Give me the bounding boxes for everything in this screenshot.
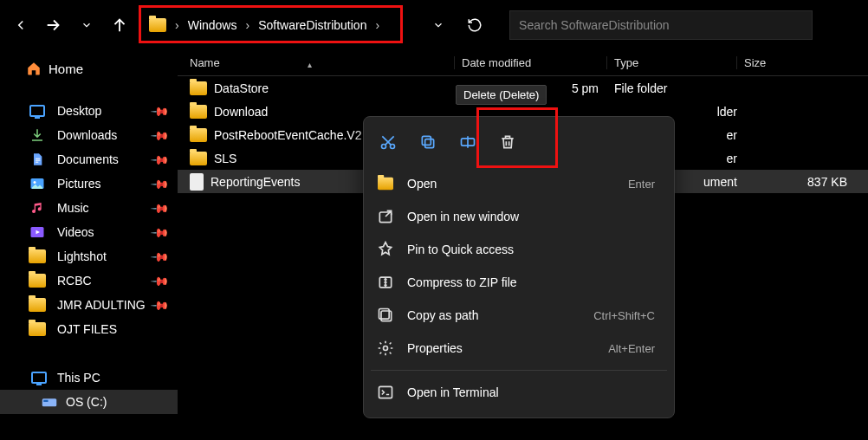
svg-rect-18 — [379, 386, 392, 398]
music-icon — [29, 200, 45, 216]
open-icon — [376, 177, 395, 191]
menu-item-label: Compress to ZIP file — [407, 275, 517, 289]
sidebar-this-pc[interactable]: This PC — [0, 366, 178, 390]
copy-button[interactable] — [411, 126, 445, 159]
zip-icon — [376, 274, 395, 291]
menu-item-properties[interactable]: PropertiesAlt+Enter — [369, 332, 669, 365]
column-date[interactable]: Date modified — [455, 56, 607, 69]
menu-item-shortcut: Enter — [628, 178, 655, 191]
pin-icon — [376, 241, 395, 258]
properties-icon — [376, 340, 395, 357]
search-input[interactable]: Search SoftwareDistribution — [509, 10, 813, 40]
menu-item-label: Properties — [407, 341, 463, 355]
breadcrumb-segment[interactable]: Windows — [188, 18, 237, 32]
column-label: Date modified — [462, 56, 531, 69]
sidebar-item-label: Home — [49, 61, 83, 76]
sidebar-item-rcbc[interactable]: RCBC📌 — [0, 269, 178, 293]
back-button[interactable] — [5, 10, 36, 41]
menu-item-compress-to-zip-file[interactable]: Compress to ZIP file — [369, 266, 669, 299]
svg-rect-13 — [379, 212, 391, 223]
column-type[interactable]: Type — [607, 56, 737, 69]
sidebar-item-lightshot[interactable]: Lightshot📌 — [0, 244, 178, 269]
new-window-icon — [376, 208, 395, 225]
pin-icon: 📌 — [150, 173, 170, 193]
column-label: Size — [744, 56, 766, 69]
svg-rect-11 — [422, 136, 431, 145]
pin-icon: 📌 — [150, 149, 170, 169]
sidebar-item-downloads[interactable]: Downloads📌 — [0, 123, 178, 147]
sidebar-item-label: Desktop — [57, 104, 101, 118]
pin-icon: 📌 — [150, 270, 170, 290]
sidebar-item-label: Documents — [57, 152, 119, 166]
sidebar-item-label: This PC — [57, 371, 100, 385]
pin-icon: 📌 — [150, 197, 170, 217]
menu-item-label: Open in Terminal — [407, 385, 499, 399]
rename-button[interactable] — [450, 126, 485, 159]
home-icon — [26, 61, 42, 76]
file-type: File folder — [607, 81, 737, 95]
svg-rect-1 — [36, 160, 40, 161]
chevron-right-icon: › — [375, 18, 379, 32]
sidebar-item-documents[interactable]: Documents📌 — [0, 147, 178, 171]
download-icon — [29, 127, 45, 143]
sidebar-home[interactable]: Home — [0, 54, 178, 83]
menu-item-open-in-terminal[interactable]: Open in Terminal — [369, 376, 669, 409]
copy-path-icon — [376, 307, 395, 324]
pc-icon — [31, 370, 47, 385]
svg-rect-2 — [36, 162, 38, 163]
svg-rect-7 — [43, 400, 48, 402]
menu-item-pin-to-quick-access[interactable]: Pin to Quick access — [369, 233, 669, 266]
pin-icon: 📌 — [150, 222, 170, 242]
menu-item-open[interactable]: OpenEnter — [369, 167, 669, 200]
file-name: Download — [214, 105, 268, 119]
breadcrumb[interactable]: › Windows › SoftwareDistribution › — [142, 10, 390, 40]
cut-button[interactable] — [371, 126, 405, 159]
column-size[interactable]: Size — [737, 56, 868, 69]
menu-item-label: Copy as path — [407, 308, 479, 322]
file-size: 837 KB — [737, 175, 868, 189]
address-bar[interactable]: › Windows › SoftwareDistribution › — [142, 10, 390, 40]
context-menu-quick-actions — [369, 126, 669, 167]
svg-point-4 — [34, 181, 36, 184]
toolbar: › Windows › SoftwareDistribution › Searc… — [0, 0, 868, 50]
delete-button[interactable] — [490, 126, 525, 159]
menu-item-open-in-new-window[interactable]: Open in new window — [369, 200, 669, 233]
file-name: PostRebootEventCache.V2 — [214, 128, 361, 142]
sidebar-item-jmr-adulting[interactable]: JMR ADULTING📌 — [0, 293, 178, 317]
forward-button[interactable] — [38, 10, 69, 41]
folder-icon — [190, 105, 207, 119]
svg-rect-10 — [425, 139, 434, 148]
search-placeholder: Search SoftwareDistribution — [519, 18, 670, 32]
context-menu: OpenEnterOpen in new windowPin to Quick … — [363, 116, 675, 418]
sidebar-item-music[interactable]: Music📌 — [0, 196, 178, 220]
sidebar-item-label: OJT FILES — [57, 322, 117, 336]
pin-icon: 📌 — [150, 294, 170, 314]
svg-rect-0 — [36, 159, 40, 159]
sidebar-item-ojt-files[interactable]: OJT FILES — [0, 317, 178, 341]
sidebar-item-label: JMR ADULTING — [57, 298, 146, 312]
folder-icon — [29, 321, 45, 337]
recent-dropdown[interactable] — [71, 10, 102, 41]
refresh-button[interactable] — [457, 10, 492, 41]
file-icon — [190, 173, 204, 191]
folder-icon — [29, 297, 45, 313]
tooltip-text: Delete (Delete) — [463, 88, 539, 101]
file-name: DataStore — [214, 81, 269, 95]
sidebar-item-pictures[interactable]: Pictures📌 — [0, 171, 178, 196]
menu-item-shortcut: Ctrl+Shift+C — [593, 309, 655, 322]
sidebar-item-desktop[interactable]: Desktop📌 — [0, 99, 178, 123]
menu-item-copy-as-path[interactable]: Copy as pathCtrl+Shift+C — [369, 299, 669, 332]
drive-icon — [42, 394, 57, 410]
address-dropdown[interactable] — [421, 10, 456, 41]
menu-item-label: Pin to Quick access — [407, 243, 514, 256]
sidebar-drive-os[interactable]: OS (C:) — [0, 390, 178, 414]
sidebar-item-videos[interactable]: Videos📌 — [0, 220, 178, 244]
document-icon — [29, 152, 45, 167]
menu-item-shortcut: Alt+Enter — [608, 342, 655, 355]
tooltip-delete: Delete (Delete) — [456, 85, 547, 105]
column-name[interactable]: Name ▴ — [178, 56, 455, 69]
up-button[interactable] — [104, 10, 135, 41]
sidebar-item-label: Pictures — [57, 177, 101, 191]
breadcrumb-segment[interactable]: SoftwareDistribution — [258, 18, 366, 32]
folder-icon — [190, 152, 207, 165]
